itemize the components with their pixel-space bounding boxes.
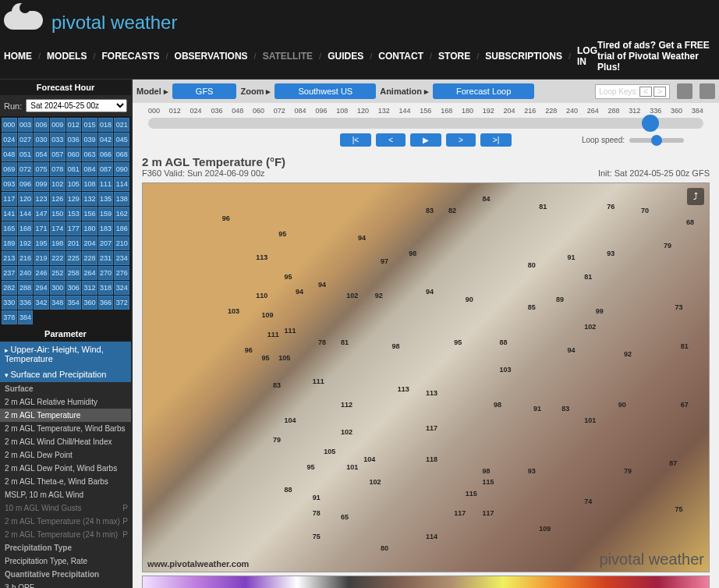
nav-log-in[interactable]: LOG IN: [577, 45, 597, 67]
hour-117[interactable]: 117: [2, 192, 17, 206]
hour-141[interactable]: 141: [2, 207, 17, 221]
param-item[interactable]: 2 m AGL Temperature, Wind Barbs: [0, 422, 131, 435]
hour-294[interactable]: 294: [34, 281, 49, 295]
hour-147[interactable]: 147: [34, 207, 49, 221]
hour-222[interactable]: 222: [50, 251, 66, 265]
hour-030[interactable]: 030: [34, 133, 49, 147]
hour-165[interactable]: 165: [2, 221, 17, 236]
weather-map[interactable]: ⤴ www.pivotalweather.com pivotal weather…: [142, 182, 710, 572]
hour-039[interactable]: 039: [82, 133, 97, 147]
hour-069[interactable]: 069: [2, 162, 17, 176]
hour-204[interactable]: 204: [82, 236, 97, 250]
hour-027[interactable]: 027: [18, 133, 34, 147]
hour-282[interactable]: 282: [2, 281, 17, 295]
hour-219[interactable]: 219: [34, 251, 49, 265]
hour-084[interactable]: 084: [82, 162, 97, 176]
hour-111[interactable]: 111: [98, 177, 114, 191]
hour-015[interactable]: 015: [82, 118, 97, 132]
hour-288[interactable]: 288: [18, 281, 34, 295]
hour-003[interactable]: 003: [18, 118, 34, 132]
hour-144[interactable]: 144: [18, 207, 34, 221]
hour-207[interactable]: 207: [98, 236, 114, 250]
hour-234[interactable]: 234: [114, 251, 129, 265]
hour-306[interactable]: 306: [66, 281, 82, 295]
hour-300[interactable]: 300: [50, 281, 66, 295]
hour-324[interactable]: 324: [114, 281, 129, 295]
hour-087[interactable]: 087: [98, 162, 114, 176]
hour-078[interactable]: 078: [50, 162, 66, 176]
param-item[interactable]: 2 m AGL Theta-e, Wind Barbs: [0, 475, 131, 488]
hour-258[interactable]: 258: [66, 266, 82, 280]
hour-012[interactable]: 012: [66, 118, 82, 132]
hour-060[interactable]: 060: [66, 147, 82, 161]
hour-123[interactable]: 123: [34, 192, 49, 206]
nav-subscriptions[interactable]: SUBSCRIPTIONS: [485, 51, 562, 62]
hour-372[interactable]: 372: [114, 296, 129, 310]
logo[interactable]: pivotal weather: [4, 6, 719, 34]
hour-090[interactable]: 090: [114, 162, 129, 176]
timeline-thumb[interactable]: [642, 115, 659, 132]
nav-models[interactable]: MODELS: [47, 51, 87, 62]
hour-225[interactable]: 225: [66, 251, 82, 265]
hour-114[interactable]: 114: [114, 177, 129, 191]
hour-360[interactable]: 360: [82, 296, 97, 310]
hour-240[interactable]: 240: [18, 266, 34, 280]
hour-213[interactable]: 213: [2, 251, 17, 265]
last-button[interactable]: >|: [480, 133, 512, 147]
hour-099[interactable]: 099: [34, 177, 49, 191]
hour-000[interactable]: 000: [2, 118, 17, 132]
animation-select[interactable]: Forecast Loop: [433, 83, 534, 99]
hour-174[interactable]: 174: [50, 221, 66, 236]
hour-192[interactable]: 192: [18, 236, 34, 250]
hour-129[interactable]: 129: [66, 192, 82, 206]
hour-195[interactable]: 195: [34, 236, 49, 250]
hour-054[interactable]: 054: [34, 147, 49, 161]
param-cat-surface[interactable]: Surface and Precipitation: [0, 367, 131, 382]
hour-216[interactable]: 216: [18, 251, 34, 265]
nav-guides[interactable]: GUIDES: [328, 51, 363, 62]
hour-018[interactable]: 018: [98, 118, 114, 132]
hour-066[interactable]: 066: [98, 147, 114, 161]
hour-006[interactable]: 006: [34, 118, 49, 132]
hour-096[interactable]: 096: [18, 177, 34, 191]
hour-318[interactable]: 318: [98, 281, 114, 295]
loop-prev-key[interactable]: <: [639, 87, 652, 97]
hour-135[interactable]: 135: [98, 192, 114, 206]
hour-153[interactable]: 153: [66, 207, 82, 221]
zoom-select[interactable]: Southwest US: [274, 83, 376, 99]
hour-075[interactable]: 075: [34, 162, 49, 176]
hour-183[interactable]: 183: [98, 221, 114, 236]
param-item[interactable]: Precipitation Type, Rate: [0, 554, 131, 568]
hour-330[interactable]: 330: [2, 296, 17, 310]
hour-228[interactable]: 228: [82, 251, 97, 265]
hour-108[interactable]: 108: [82, 177, 97, 191]
hour-045[interactable]: 045: [114, 133, 129, 147]
hour-021[interactable]: 021: [114, 118, 129, 132]
hour-378[interactable]: 378: [2, 310, 17, 324]
hour-237[interactable]: 237: [2, 266, 17, 280]
param-item[interactable]: 3-h QPF: [0, 581, 131, 588]
hour-024[interactable]: 024: [2, 133, 17, 147]
play-button[interactable]: ▶: [410, 133, 441, 147]
settings-icon[interactable]: [700, 83, 715, 99]
hour-081[interactable]: 081: [66, 162, 82, 176]
hour-042[interactable]: 042: [98, 133, 114, 147]
hour-366[interactable]: 366: [98, 296, 114, 310]
hour-354[interactable]: 354: [66, 296, 82, 310]
grid-icon[interactable]: [677, 83, 692, 99]
hour-102[interactable]: 102: [50, 177, 66, 191]
hour-057[interactable]: 057: [50, 147, 66, 161]
hour-336[interactable]: 336: [18, 296, 34, 310]
hour-342[interactable]: 342: [34, 296, 49, 310]
hour-132[interactable]: 132: [82, 192, 97, 206]
hour-150[interactable]: 150: [50, 207, 66, 221]
nav-home[interactable]: HOME: [4, 51, 32, 62]
loop-next-key[interactable]: >: [653, 87, 666, 97]
hour-312[interactable]: 312: [82, 281, 97, 295]
hour-162[interactable]: 162: [114, 207, 129, 221]
hour-270[interactable]: 270: [98, 266, 114, 280]
nav-forecasts[interactable]: FORECASTS: [101, 51, 159, 62]
hour-210[interactable]: 210: [114, 236, 129, 250]
hour-231[interactable]: 231: [98, 251, 114, 265]
param-item[interactable]: 2 m AGL Relative Humidity: [0, 395, 131, 409]
